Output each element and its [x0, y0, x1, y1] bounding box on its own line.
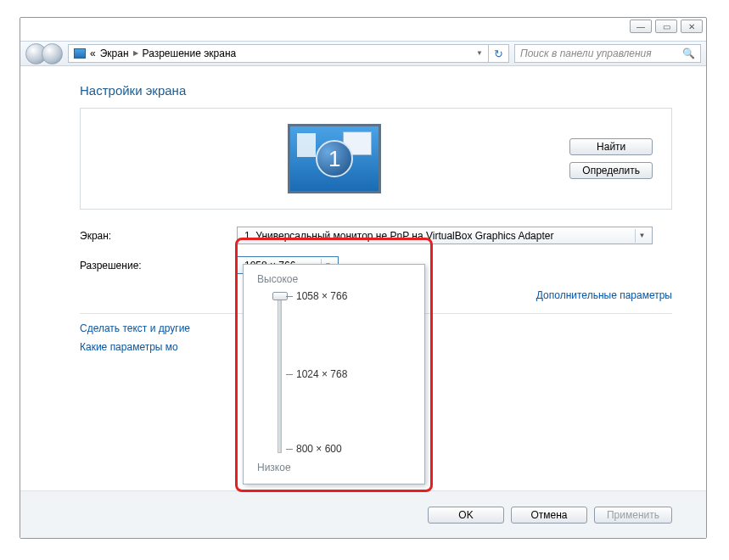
- monitor-thumbnail[interactable]: 1: [288, 124, 381, 193]
- display-dropdown[interactable]: 1. Универсальный монитор не PnP на Virtu…: [237, 227, 653, 244]
- monitor-preview: 1: [99, 124, 569, 193]
- slider-tick[interactable]: 1024 × 768: [296, 368, 347, 380]
- address-bar[interactable]: « Экран ▶ Разрешение экрана ▼: [68, 44, 489, 63]
- search-placeholder: Поиск в панели управления: [520, 48, 652, 59]
- apply-button[interactable]: Применить: [594, 507, 672, 524]
- display-row: Экран: 1. Универсальный монитор не PnP н…: [80, 227, 672, 244]
- maximize-button[interactable]: ▭: [655, 20, 677, 33]
- cancel-button[interactable]: Отмена: [511, 507, 587, 524]
- slider-tick[interactable]: 800 × 600: [296, 443, 342, 455]
- popup-high-label: Высокое: [257, 273, 411, 285]
- refresh-button[interactable]: ↻: [489, 44, 509, 63]
- chevron-right-icon: ▶: [133, 44, 138, 63]
- dialog-footer: OK Отмена Применить: [20, 490, 706, 538]
- resolution-popup-highlight: Высокое 1058 × 766 1024 × 768 800 × 600 …: [235, 238, 433, 492]
- nav-forward-button[interactable]: [42, 43, 63, 64]
- breadcrumb-item[interactable]: Разрешение экрана: [143, 44, 237, 63]
- search-icon: 🔍: [682, 48, 695, 59]
- advanced-settings-link[interactable]: Дополнительные параметры: [536, 289, 672, 301]
- ok-button[interactable]: OK: [428, 507, 504, 524]
- monitor-preview-box: 1 Найти Определить: [80, 108, 672, 210]
- display-value: 1. Универсальный монитор не PnP на Virtu…: [244, 230, 553, 242]
- chevron-down-icon[interactable]: ▼: [476, 44, 483, 63]
- preview-buttons: Найти Определить: [569, 138, 653, 179]
- resolution-slider[interactable]: 1058 × 766 1024 × 768 800 × 600: [271, 290, 411, 460]
- monitor-number-badge: 1: [316, 140, 353, 177]
- identify-button[interactable]: Определить: [569, 162, 653, 179]
- find-button[interactable]: Найти: [569, 138, 653, 155]
- page-title: Настройки экрана: [80, 83, 672, 98]
- search-input[interactable]: Поиск в панели управления 🔍: [514, 44, 701, 63]
- breadcrumb-pre: «: [90, 44, 96, 63]
- minimize-button[interactable]: —: [630, 20, 652, 33]
- resolution-popup[interactable]: Высокое 1058 × 766 1024 × 768 800 × 600 …: [243, 264, 425, 484]
- chevron-down-icon: ▼: [635, 229, 648, 243]
- resolution-label: Разрешение:: [80, 260, 237, 272]
- popup-low-label: Низкое: [257, 462, 411, 473]
- slider-tick[interactable]: 1058 × 766: [296, 290, 347, 302]
- window-controls: — ▭ ✕: [630, 20, 703, 33]
- close-button[interactable]: ✕: [681, 20, 703, 33]
- slider-track: [278, 295, 282, 453]
- toolbar: « Экран ▶ Разрешение экрана ▼ ↻ Поиск в …: [20, 41, 706, 66]
- breadcrumb-item[interactable]: Экран: [100, 44, 129, 63]
- display-label: Экран:: [80, 230, 237, 242]
- display-icon: [74, 48, 86, 59]
